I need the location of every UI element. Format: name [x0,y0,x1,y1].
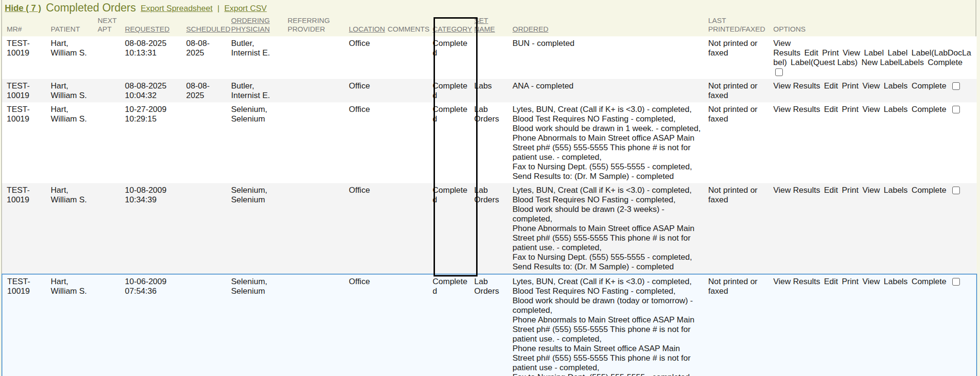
option-link-print[interactable]: Print [842,277,858,286]
col-header-comments: COMMENTS [388,14,433,36]
option-link-labels[interactable]: Labels [884,105,908,114]
col-header-last-printed-faxed: LAST PRINTED/FAXED [708,14,773,36]
cell-location: Office [349,183,388,274]
column-header-label: PATIENT [51,25,80,33]
complete-checkbox[interactable] [952,278,960,286]
export-spreadsheet-link[interactable]: Export Spreadsheet [141,2,212,14]
completed-orders-page: Hide ( 7 ) Completed Orders Export Sprea… [0,0,980,376]
col-header-category[interactable]: CATEGORY [433,14,474,36]
option-link-print[interactable]: Print [842,81,858,90]
option-link-labels[interactable]: Labels [884,277,908,286]
option-link-view-results[interactable]: View Results [773,39,801,57]
ordered-item: BUN - completed [512,39,704,48]
option-link-complete[interactable]: Complete [912,186,947,195]
cell-mr: TEST-10019 [2,183,51,274]
col-header-referring-provider: REFERRING PROVIDER [288,14,349,36]
ordered-item: Blood work should be drawn in 1 week. - … [512,124,704,133]
complete-checkbox[interactable] [952,82,960,90]
option-link-view[interactable]: View [862,277,880,286]
cell-category: Completed [433,274,474,376]
column-header-label: REQUESTED [125,25,169,33]
option-link-label-quest-labs[interactable]: Label(Quest Labs) [791,58,858,67]
option-link-labels[interactable]: Labels [884,186,908,195]
order-row: TEST-10019 Hart, William S. 10-08-2009 1… [2,183,977,274]
ordered-item: Blood Test Requires NO Fasting - complet… [512,287,704,296]
option-link-print[interactable]: Print [842,186,858,195]
cell-patient: Hart, William S. [51,79,98,102]
cell-ordered: BUN - completed [512,36,708,79]
cell-referring-provider [288,79,349,102]
option-link-view-results[interactable]: View Results [773,277,820,286]
option-link-view[interactable]: View [862,105,880,114]
option-link-print[interactable]: Print [842,105,858,114]
table-body: TEST-10019 Hart, William S. 08-08-2025 1… [2,36,977,376]
cell-patient: Hart, William S. [51,36,98,79]
cell-options: View ResultsEditPrintViewLabelsComplete [773,102,977,183]
option-link-complete[interactable]: Complete [912,105,947,114]
cell-comments [388,274,433,376]
export-csv-link[interactable]: Export CSV [224,2,267,14]
option-link-view[interactable]: View [862,81,880,90]
cell-set-name: Lab Orders [474,274,512,376]
cell-ordered: Lytes, BUN, Creat (Call if K+ is <3.0) -… [512,102,708,183]
cell-ordering-physician: Selenium, Selenium [231,183,288,274]
ordered-item: Phone Abnormals to Main Street office AS… [512,315,704,344]
option-link-labels[interactable]: Labels [884,81,908,90]
option-link-edit[interactable]: Edit [804,48,818,57]
cell-patient: Hart, William S. [51,102,98,183]
option-link-new-labellabels[interactable]: New LabelLabels [861,58,924,67]
option-link-edit[interactable]: Edit [824,105,838,114]
column-header-label: LOCATION [349,25,385,33]
col-header-mr: MR# [2,14,51,36]
option-link-view-results[interactable]: View Results [773,186,820,195]
cell-scheduled [186,274,231,376]
option-link-complete[interactable]: Complete [928,58,963,67]
option-link-print[interactable]: Print [822,48,839,57]
cell-last-printed-faxed: Not printed or faxed [708,79,773,102]
cell-referring-provider [288,274,349,376]
complete-checkbox[interactable] [952,187,960,194]
col-header-requested[interactable]: REQUESTED [125,14,186,36]
col-header-patient: PATIENT [51,14,98,36]
cell-requested: 08-08-2025 10:13:31 [125,36,186,79]
col-header-set-name[interactable]: SET NAME [474,14,512,36]
hide-link[interactable]: Hide ( 7 ) [5,2,41,14]
option-link-label[interactable]: Label [888,48,908,57]
cell-options: View ResultsEditPrintViewLabelLabelLabel… [773,36,977,79]
col-header-location[interactable]: LOCATION [349,14,388,36]
cell-ordering-physician: Selenium, Selenium [231,274,288,376]
ordered-item: ANA - completed [512,81,704,91]
col-header-ordering-physician[interactable]: ORDERING PHYSICIAN [231,14,288,36]
ordered-item: Phone Abnormals to Main Street office AS… [512,133,704,162]
option-link-edit[interactable]: Edit [824,277,838,286]
option-link-edit[interactable]: Edit [824,186,838,195]
option-link-view-results[interactable]: View Results [773,105,820,114]
complete-checkbox[interactable] [775,68,783,76]
option-link-complete[interactable]: Complete [912,277,947,286]
cell-comments [388,79,433,102]
cell-ordering-physician: Butler, Internist E. [231,79,288,102]
col-header-ordered[interactable]: ORDERED [512,14,708,36]
option-link-edit[interactable]: Edit [824,81,838,90]
cell-next-apt [98,79,125,102]
header-row: MR#PATIENTNEXT APTREQUESTEDSCHEDULEDORDE… [2,14,977,36]
cell-last-printed-faxed: Not printed or faxed [708,102,773,183]
ordered-item: Blood work should be drawn (today or tom… [512,296,704,315]
cell-ordering-physician: Butler, Internist E. [231,36,288,79]
col-header-scheduled[interactable]: SCHEDULED [186,14,231,36]
column-header-label: ORDERED [512,25,548,33]
ordered-item: Lytes, BUN, Creat (Call if K+ is <3.0) -… [512,277,704,287]
ordered-item: Fax to Nursing Dept. (555) 555-5555 - co… [512,162,704,172]
option-link-view[interactable]: View [843,48,860,57]
cell-options: View ResultsEditPrintViewLabelsComplete [773,79,977,102]
cell-category: Completed [433,36,474,79]
ordered-item: Lytes, BUN, Creat (Call if K+ is <3.0) -… [512,105,704,114]
complete-checkbox[interactable] [952,106,960,113]
ordered-item: Fax to Nursing Dept. (555) 555-5555 - co… [512,253,704,262]
option-link-view[interactable]: View [862,186,880,195]
cell-requested: 10-08-2009 10:34:39 [125,183,186,274]
option-link-view-results[interactable]: View Results [773,81,820,90]
cell-mr: TEST-10019 [2,102,51,183]
option-link-label[interactable]: Label [864,48,884,57]
option-link-complete[interactable]: Complete [912,81,947,90]
